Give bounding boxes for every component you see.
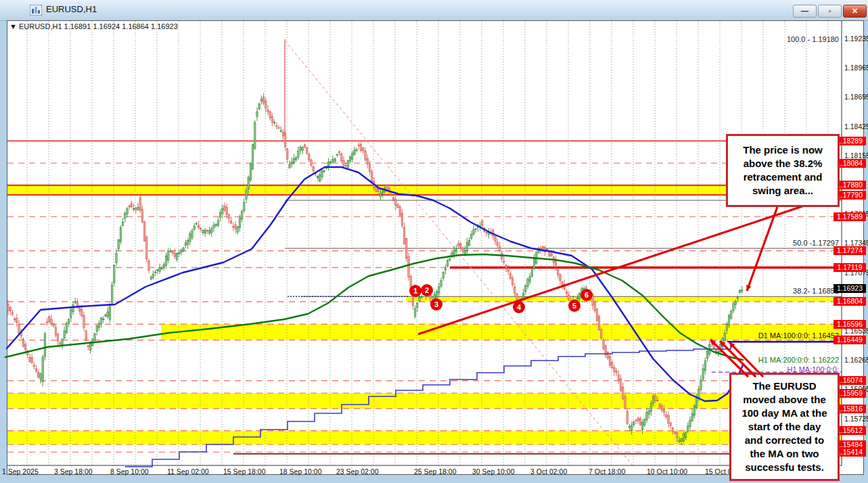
level-price-badge: 1.16596 [833,320,866,329]
time-tick-label: 25 Sep 18:00 [414,467,456,476]
svg-text:4: 4 [517,303,522,311]
time-tick-label: 18 Sep 10:00 [279,467,321,476]
annotation-text-line: above the 38.2% [728,157,838,170]
symbol-info-bar: ▼ EURUSD,H1 1.16891 1.16924 1.16864 1.16… [9,22,178,30]
yellow-zone [406,296,842,302]
fib-label: 38.2- 1.16852 [793,287,839,295]
annotation-text-line: moved above the [731,393,838,407]
annotation-box-retracement[interactable]: The price is nowabove the 38.2%retraceme… [726,134,840,207]
price-tick-label: 1.18425 [844,122,868,131]
price-tick-label: 1.18965 [844,64,868,72]
price-tick-label: 1.19235 [844,34,868,43]
svg-text:3: 3 [434,300,438,308]
yellow-zone [7,431,842,444]
time-tick-label: 30 Sep 10:00 [472,467,514,476]
level-price-badge: 1.16804 [833,297,866,306]
time-tick-label: 3 Oct 02:00 [530,467,567,476]
svg-text:5: 5 [572,302,576,310]
fib-label: 50.0 -1.17297 [793,239,839,247]
current-price-badge: 1.16923 [833,284,866,293]
svg-text:6: 6 [585,291,589,299]
annotation-text-line: retracement and [728,170,838,184]
annotation-text-line: successfu tests. [731,461,838,474]
fib-label: 100.0 - 1.19180 [787,35,839,43]
annotation-box-100dma[interactable]: The EURUSDmoved above the100 day MA at t… [729,373,840,481]
time-tick-label: 23 Sep 02:00 [336,467,378,476]
h1-ma-200-line [5,254,743,360]
time-tick-label: 1 Sep 2025 [2,467,39,476]
price-tick-label: 1.16265 [844,356,868,364]
h1-ma-100-line [7,167,743,401]
svg-text:1: 1 [413,287,417,295]
marker-circle-2: 2 [421,284,433,296]
marker-circle-4: 4 [513,301,525,313]
price-tick-label: 1.15725 [844,415,868,423]
marker-circle-6: 6 [580,289,593,301]
application-window: EURUSD,H1 — ▫ ✕ ▼ EURUSD,H1 1.16891 1.16… [0,0,868,483]
svg-text:2: 2 [425,286,429,294]
marker-circle-3: 3 [430,298,442,310]
time-tick-label: 10 Oct 10:00 [647,467,687,476]
annotation-text-line: swing area... [728,184,838,198]
annotation-text-line: The price is now [728,143,838,157]
level-price-badge: 1.17274 [833,246,866,255]
time-tick-label: 11 Sep 02:00 [167,467,209,476]
ma-label: H1 MA:200:0:0: 1.16222 [758,356,839,364]
time-tick-label: 7 Oct 18:00 [589,467,625,476]
annotation-text-line: the MA on two [731,447,838,461]
annotation-text-line: start of the day [731,420,838,434]
annotation-text-line: and corrected to [731,434,838,447]
yellow-zone [161,324,842,340]
annotation-text-line: The EURUSD [731,380,838,393]
marker-circle-1: 1 [409,285,421,297]
level-price-badge: 1.17119 [833,263,866,272]
time-tick-label: 8 Sep 10:00 [110,467,149,476]
time-tick-label: 3 Sep 18:00 [54,467,93,476]
annotation-text-line: 100 day MA at the [731,407,838,420]
level-price-badge: 1.17589 [833,212,866,221]
time-tick-label: 15 Sep 18:00 [223,467,265,476]
level-price-badge: 1.16449 [833,336,866,344]
price-tick-label: 1.18695 [844,93,868,101]
yellow-zone [7,185,842,195]
trendline [418,193,841,334]
marker-circle-5: 5 [568,300,580,312]
ma-label: D1 MA:100:0:0: 1.16452 [758,331,839,340]
